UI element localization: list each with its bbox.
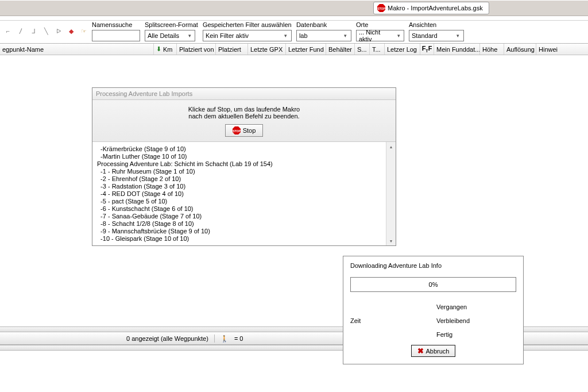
zeit-label: Zeit [350, 317, 436, 324]
scroll-up-icon[interactable]: ▴ [386, 142, 396, 151]
chevron-down-icon: ▾ [185, 32, 194, 40]
datenbank-group: Datenbank lab ▾ [296, 21, 351, 41]
col-hinweis[interactable]: Hinwei [536, 44, 588, 55]
status-person-text: = 0 [234, 335, 243, 342]
chevron-down-icon: ▾ [342, 32, 350, 40]
col-t[interactable]: T... [370, 44, 385, 55]
col-platziert-von[interactable]: Platziert von [177, 44, 216, 55]
col-mein-funddat[interactable]: Mein Funddat... [434, 44, 480, 55]
stop-icon: STOP [377, 4, 385, 12]
col-hoehe[interactable]: Höhe [480, 44, 504, 55]
verbleibend-label: Verbleibend [436, 314, 516, 328]
progress-text: 0% [429, 281, 438, 288]
toolbar: ⌐ 〳 ᒧ ╲ ᐅ ◆ ☞ Namenssuche Splitscreen-Fo… [0, 21, 588, 44]
column-header-row: egpunkt-Name ⬇ Km Platziert von Platzier… [0, 44, 588, 55]
splitscreen-select[interactable]: Alle Details ▾ [145, 30, 195, 41]
vergangen-label: Vergangen [436, 300, 516, 314]
abbruch-button[interactable]: ✖ Abbruch [411, 345, 456, 357]
processing-dialog-title: Processing Adventure Lab Imports [92, 88, 396, 100]
fertig-label: Fertig [436, 328, 516, 341]
datenbank-value: lab [299, 32, 308, 39]
toolbar-icon-2[interactable]: 〳 [16, 26, 25, 36]
namensuche-label: Namenssuche [92, 21, 140, 29]
processing-hint-1: Klicke auf Stop, um das laufende Makro [96, 106, 392, 113]
log-scrollbar[interactable]: ▴ ▾ [386, 142, 396, 245]
ansichten-value: Standard [412, 32, 438, 39]
content-area: Processing Adventure Lab Imports Klicke … [0, 55, 588, 326]
download-dialog: Downloading Adventure Lab Info 0% Zeit V… [343, 256, 524, 364]
orte-value: ... Nicht aktiv [359, 29, 394, 43]
col-aufloesung[interactable]: Auflösung [504, 44, 536, 55]
col-letzte-gpx[interactable]: Letzte GPX [248, 44, 286, 55]
toolbar-icon-group: ⌐ 〳 ᒧ ╲ ᐅ ◆ ☞ [0, 21, 92, 41]
filter-value: Kein Filter aktiv [206, 32, 249, 39]
datenbank-select[interactable]: lab ▾ [296, 30, 351, 41]
hand-icon[interactable]: ☞ [79, 26, 88, 36]
stop-icon: STOP [233, 126, 241, 134]
sort-down-icon: ⬇ [156, 45, 161, 53]
toolbar-icon-1[interactable]: ⌐ [3, 26, 13, 36]
divider-strip [0, 16, 588, 21]
col-km[interactable]: ⬇ Km [154, 44, 177, 55]
col-letzer-log[interactable]: Letzer Log [385, 44, 420, 55]
stop-button-label: Stop [243, 127, 256, 134]
progress-bar: 0% [350, 277, 516, 292]
eraser-icon[interactable]: ◆ [67, 26, 76, 36]
toolbar-icon-5[interactable]: ᐅ [54, 26, 63, 36]
status-count: 0 angezeigt (alle Wegpunkte) [126, 335, 208, 342]
orte-group: Orte ... Nicht aktiv ▾ [356, 21, 404, 41]
orte-label: Orte [356, 21, 404, 29]
splitscreen-value: Alle Details [148, 32, 179, 39]
svg-text:STOP: STOP [377, 7, 385, 10]
processing-hint-2: nach dem aktuellen Befehl zu beenden. [96, 113, 392, 120]
processing-dialog-header: Klicke auf Stop, um das laufende Makro n… [92, 100, 396, 142]
processing-dialog: Processing Adventure Lab Imports Klicke … [92, 87, 396, 246]
orte-select[interactable]: ... Nicht aktiv ▾ [356, 30, 404, 41]
person-icon: 🚶 [220, 335, 229, 343]
splitscreen-label: Splitscreen-Format [145, 21, 198, 29]
datenbank-label: Datenbank [296, 21, 351, 29]
ansichten-label: Ansichten [409, 21, 464, 29]
processing-log: -Krämerbrücke (Stage 9 of 10) -Martin Lu… [92, 142, 396, 245]
abbruch-label: Abbruch [426, 348, 450, 355]
svg-text:STOP: STOP [233, 129, 241, 133]
chevron-down-icon: ▾ [454, 32, 462, 40]
filter-group: Gespeicherten Filter auswählen Kein Filt… [203, 21, 292, 41]
ansichten-select[interactable]: Standard ▾ [409, 30, 464, 41]
time-grid: Zeit Vergangen Verbleibend Fertig [350, 300, 516, 341]
chevron-down-icon: ▾ [394, 32, 403, 40]
ftf-icon: FTF [422, 45, 432, 53]
scroll-down-icon[interactable]: ▾ [386, 236, 396, 245]
col-s[interactable]: S... [355, 44, 370, 55]
col-letzter-fund[interactable]: Letzter Fund [286, 44, 326, 55]
col-platziert[interactable]: Platziert [216, 44, 248, 55]
col-behaelter[interactable]: Behälter [326, 44, 355, 55]
toolbar-icon-3[interactable]: ᒧ [29, 26, 38, 36]
macro-title-tab: STOP Makro - ImportAdventureLabs.gsk [373, 2, 489, 14]
status-sep [214, 335, 215, 343]
splitscreen-group: Splitscreen-Format Alle Details ▾ [145, 21, 198, 41]
ansichten-group: Ansichten Standard ▾ [409, 21, 464, 41]
col-ftf-icon[interactable]: FTF [420, 44, 434, 55]
macro-title-text: Makro - ImportAdventureLabs.gsk [388, 5, 483, 11]
toolbar-icon-4[interactable]: ╲ [41, 26, 51, 36]
col-wegpunkt-name[interactable]: egpunkt-Name [0, 44, 154, 55]
namensuche-input[interactable] [92, 30, 140, 41]
download-dialog-title: Downloading Adventure Lab Info [350, 262, 516, 269]
chevron-down-icon: ▾ [282, 32, 290, 40]
filter-label: Gespeicherten Filter auswählen [203, 21, 292, 29]
namensuche-group: Namenssuche [92, 21, 140, 41]
x-icon: ✖ [417, 347, 424, 355]
stop-button[interactable]: STOP Stop [225, 124, 264, 137]
window-titlebar: STOP Makro - ImportAdventureLabs.gsk [0, 0, 588, 16]
filter-select[interactable]: Kein Filter aktiv ▾ [203, 30, 292, 41]
